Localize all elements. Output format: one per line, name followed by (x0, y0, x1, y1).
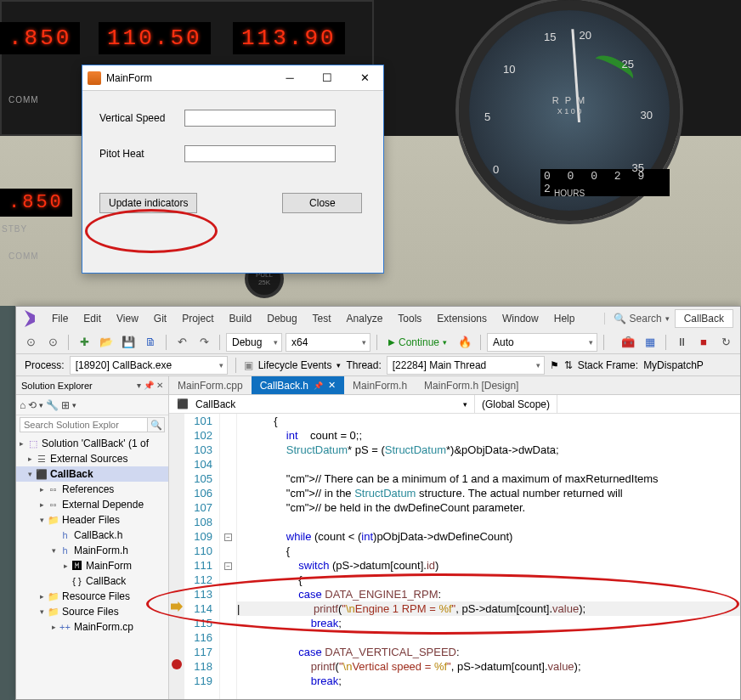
code-text[interactable]: { int count = 0;; StructDatum* pS = (Str… (237, 414, 740, 699)
menu-edit[interactable]: Edit (76, 309, 108, 328)
close-form-button[interactable]: Close (282, 193, 362, 213)
pin-icon[interactable]: 📌 (314, 381, 323, 390)
flag-icon[interactable]: ⚑ (550, 359, 559, 371)
menu-extensions[interactable]: Extensions (430, 309, 494, 328)
update-indicators-button[interactable]: Update indicators (99, 193, 197, 213)
close-icon[interactable]: ✕ (328, 380, 336, 391)
search-icon[interactable]: 🔍 (148, 417, 165, 432)
solution-explorer: Solution Explorer ▾📌✕ ⌂ ⟲ ▾ 🔧 ⊞ ▾ 🔍 ▸⬚So… (16, 376, 169, 699)
tree-mainform-h[interactable]: ▾hMainForm.h (16, 543, 168, 558)
platform-combo[interactable]: x64 (286, 333, 370, 352)
home-icon[interactable]: ⌂ (20, 399, 25, 411)
maximize-button[interactable]: ☐ (308, 66, 346, 90)
back-button[interactable]: ⊙ (21, 333, 40, 352)
menu-window[interactable]: Window (495, 309, 546, 328)
mainform-app-icon (88, 71, 101, 85)
tree-mainform-cpp[interactable]: ▸++MainForm.cp (16, 619, 168, 635)
tab-mainform-h[interactable]: MainForm.h (344, 376, 416, 394)
save-button[interactable]: 💾 (119, 333, 138, 352)
tree-references[interactable]: ▸▫▫References (16, 482, 168, 497)
menu-view[interactable]: View (110, 309, 145, 328)
code-area[interactable]: 1011021031041051061071081091101111121131… (169, 414, 740, 699)
menu-git[interactable]: Git (147, 309, 173, 328)
menubar: File Edit View Git Project Build Debug T… (16, 307, 740, 330)
menu-project[interactable]: Project (175, 309, 220, 328)
continue-button[interactable]: Continue ▾ (383, 336, 452, 348)
active-file-display[interactable]: CallBack (675, 309, 733, 328)
close-icon[interactable]: ✕ (156, 381, 163, 390)
vspeed-label: Vertical Speed (99, 112, 184, 124)
menu-test[interactable]: Test (306, 309, 338, 328)
tree-source-files[interactable]: ▾📁Source Files (16, 604, 168, 619)
open-button[interactable]: 📂 (97, 333, 116, 352)
solexp-header[interactable]: Solution Explorer ▾📌✕ (16, 376, 168, 395)
menu-debug[interactable]: Debug (260, 309, 303, 328)
search-icon: 🔍 (614, 313, 626, 325)
tab-callback-h[interactable]: CallBack.h📌✕ (252, 376, 344, 394)
scope-combo[interactable]: ⬛CallBack▾ (169, 395, 475, 413)
comm-label-2: COMM (8, 251, 39, 261)
hot-reload-button[interactable]: 🔥 (455, 333, 474, 352)
tree-header-files[interactable]: ▾📁Header Files (16, 512, 168, 528)
led-3: 113.90 (233, 22, 345, 54)
lifecycle-label[interactable]: Lifecycle Events (258, 359, 332, 371)
mainform-titlebar[interactable]: MainForm ─ ☐ ✕ (82, 65, 383, 91)
visual-studio-window: File Edit View Git Project Build Debug T… (15, 306, 741, 700)
pause-button[interactable]: ⏸ (672, 333, 691, 352)
undo-button[interactable]: ↶ (173, 333, 191, 352)
menu-analyze[interactable]: Analyze (340, 309, 390, 328)
tree-resource-files[interactable]: ▸📁Resource Files (16, 589, 168, 604)
menu-help[interactable]: Help (547, 309, 582, 328)
tree-external-sources[interactable]: ▸☰External Sources (16, 451, 168, 466)
tree-callback-h[interactable]: hCallBack.h (16, 528, 168, 543)
pin-icon[interactable]: 📌 (144, 381, 154, 390)
show-icon[interactable]: 🔧 (46, 399, 59, 411)
layout-button[interactable]: ▦ (641, 333, 659, 352)
redo-button[interactable]: ↷ (195, 333, 213, 352)
mainform-window: MainForm ─ ☐ ✕ Vertical Speed Pitot Heat… (82, 65, 384, 274)
tree-solution[interactable]: ▸⬚Solution 'CallBack' (1 of (16, 436, 168, 451)
forward-button[interactable]: ⊙ (43, 333, 62, 352)
new-button[interactable]: ✚ (75, 333, 93, 352)
collapse-icon[interactable]: ▾ (39, 401, 43, 409)
global-combo[interactable]: (Global Scope) (475, 395, 557, 413)
tree-project-callback[interactable]: ▾⬛CallBack (16, 466, 168, 482)
auto-combo[interactable]: Auto (487, 333, 597, 352)
tab-mainform-design[interactable]: MainForm.h [Design] (416, 376, 527, 394)
menu-tools[interactable]: Tools (391, 309, 428, 328)
breakpoint-gutter[interactable] (169, 414, 184, 699)
pitot-input[interactable] (184, 145, 336, 162)
minimize-button[interactable]: ─ (271, 66, 308, 90)
lifecycle-icon: ▣ (244, 359, 253, 371)
save-all-button[interactable]: 🗎 (141, 333, 160, 352)
stop-button[interactable]: ■ (694, 333, 713, 352)
gauge-rpm-label: R P M (469, 95, 670, 105)
led-2: 110.50 (99, 22, 211, 54)
vspeed-input[interactable] (184, 110, 336, 127)
nav-combo-row: ⬛CallBack▾ (Global Scope) (169, 395, 740, 414)
toolbar-main: ⊙ ⊙ ✚ 📂 💾 🗎 ↶ ↷ Debug x64 Continue ▾ 🔥 A… (16, 330, 740, 354)
led-4: .850 (0, 189, 72, 217)
restart-button[interactable]: ↻ (716, 333, 735, 352)
close-button[interactable]: ✕ (346, 66, 383, 90)
menu-build[interactable]: Build (223, 309, 259, 328)
stack-combo[interactable]: MyDispatchP (643, 359, 704, 371)
tree-callback-ns[interactable]: { }CallBack (16, 573, 168, 589)
sync-icon[interactable]: ⟲ (28, 399, 37, 411)
tree-external-deps[interactable]: ▸▫▫External Depende (16, 497, 168, 512)
tab-mainform-cpp[interactable]: MainForm.cpp (169, 376, 252, 394)
menu-file[interactable]: File (45, 309, 75, 328)
filter-icon[interactable]: ⊞ (61, 399, 70, 411)
thread-label: Thread: (346, 359, 381, 371)
solexp-search-input[interactable] (20, 417, 148, 432)
step-icon[interactable]: ⇅ (564, 359, 573, 371)
rpm-gauge: R P M X 1 0 0 0 0 0 2 9 2 HOURS 0 5 10 1… (459, 0, 680, 221)
tree-mainform-class[interactable]: ▸🅼MainForm (16, 558, 168, 573)
fold-gutter[interactable]: −− (220, 414, 237, 699)
dropdown-icon[interactable]: ▾ (137, 381, 141, 390)
search-box[interactable]: 🔍Search ▾ (604, 313, 670, 325)
toolbox-button[interactable]: 🧰 (619, 333, 637, 352)
process-combo[interactable]: [18920] CallBack.exe (70, 356, 228, 375)
thread-combo[interactable]: [22284] Main Thread (387, 356, 545, 375)
config-combo[interactable]: Debug (226, 333, 282, 352)
